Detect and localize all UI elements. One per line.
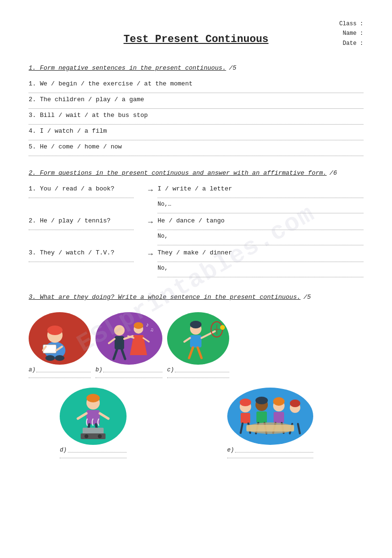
svg-point-50 [240, 399, 251, 406]
svg-point-47 [98, 434, 102, 438]
s2-left-3: 3. They / watch / T.V.? [29, 249, 143, 265]
page-title: Test Present Continuous [29, 33, 363, 45]
s2-r1-prompt: I / write / a letter [158, 185, 363, 192]
svg-point-9 [103, 313, 155, 364]
s1-item-1: 1. We / begin / the exercise / at the mo… [29, 80, 363, 87]
img-d-svg [60, 388, 127, 445]
s2-left-1: 1. You / read / a book? [29, 185, 143, 201]
s2-r2-line2 [158, 241, 363, 245]
img-dotted-c2 [167, 373, 229, 378]
img-label-row-d: d) [60, 447, 127, 453]
svg-line-52 [241, 423, 243, 433]
img-dotted-e1 [235, 448, 313, 453]
img-label-row-e: e) [227, 447, 313, 453]
s2-r1-line2 [158, 209, 363, 213]
s2-r1-line1 [158, 193, 363, 198]
svg-text:♪: ♪ [146, 322, 149, 328]
img-item-c: c) [167, 312, 229, 378]
section1-header: 1. Form negative sentences in the presen… [29, 64, 226, 72]
section-3: 3. What are they doing? Write a whole se… [29, 285, 363, 458]
s1-item-2: 2. The children / play / a game [29, 96, 363, 103]
svg-point-46 [85, 434, 88, 438]
s2-right-3: They / make / dinner No, [158, 249, 363, 280]
svg-point-6 [55, 355, 64, 361]
img-label-row-c: c) [167, 367, 229, 373]
svg-line-68 [298, 424, 300, 433]
s1-line-1 [29, 88, 363, 93]
s1-item-4: 4. I / watch / a film [29, 127, 363, 135]
s1-line-4 [29, 136, 363, 140]
svg-rect-56 [256, 411, 267, 423]
s1-line-3 [29, 120, 363, 125]
img-dotted-b2 [95, 373, 162, 378]
img-label-b: b) [95, 367, 102, 373]
s2-row-3: 3. They / watch / T.V.? → They / make / … [29, 249, 363, 280]
s2-r2-line1 [158, 225, 363, 230]
img-label-row-b: b) [95, 367, 162, 373]
svg-point-48 [243, 389, 298, 444]
svg-point-5 [45, 355, 55, 361]
s1-item-3: 3. Bill / wait / at the bus stop [29, 112, 363, 119]
svg-rect-45 [81, 433, 106, 439]
svg-rect-11 [115, 336, 124, 349]
section-1: 1. Form negative sentences in the presen… [29, 56, 363, 156]
img-label-a: a) [29, 367, 35, 373]
s2-right-1: I / write / a letter No,… [158, 185, 363, 216]
s2-left-2: 2. He / play / tennis? [29, 217, 143, 233]
img-row-2: d) [29, 388, 363, 458]
s2-row-2: 2. He / play / tennis? → He / dance / ta… [29, 217, 363, 248]
img-label-row-a: a) [29, 367, 91, 373]
svg-rect-66 [290, 413, 300, 424]
img-e [227, 388, 313, 445]
s2-q3: 3. They / watch / T.V.? [29, 249, 143, 256]
svg-point-10 [114, 325, 125, 336]
s1-line-5 [29, 151, 363, 156]
img-dotted-a1 [36, 368, 91, 372]
s2-r3-line1 [158, 257, 363, 262]
img-c-svg [167, 312, 229, 365]
img-d [60, 388, 127, 445]
img-item-e: e) [227, 388, 332, 458]
s2-q1: 1. You / read / a book? [29, 185, 143, 192]
img-item-d: d) [60, 388, 165, 458]
img-e-svg [227, 388, 313, 445]
section2-score: /6 [329, 169, 337, 177]
img-dotted-e2 [227, 453, 313, 458]
img-label-c: c) [167, 367, 174, 373]
s2-arrow-1: → [143, 185, 158, 195]
svg-point-33 [220, 325, 225, 330]
svg-rect-26 [190, 335, 201, 347]
svg-point-3 [47, 326, 63, 335]
svg-rect-61 [274, 412, 284, 423]
s2-q2-line [29, 225, 134, 230]
section-2: 2. Form questions in the present continu… [29, 161, 363, 280]
s2-r2-no: No, [158, 233, 363, 240]
s2-q1-line [29, 193, 134, 198]
svg-rect-51 [241, 413, 250, 423]
svg-point-17 [134, 322, 143, 329]
section1-score: /5 [229, 64, 236, 72]
s2-q2: 2. He / play / tennis? [29, 217, 143, 224]
s2-r3-no: No, [158, 265, 363, 272]
section2-header: 2. Form questions in the present continu… [29, 169, 327, 177]
img-dotted-c1 [175, 368, 229, 372]
class-label: Class : [339, 19, 363, 29]
s2-r1-no: No,… [158, 201, 363, 208]
svg-point-37 [86, 394, 100, 402]
img-dotted-d1 [68, 448, 127, 453]
s2-r3-line2 [158, 273, 363, 277]
s2-r2-prompt: He / dance / tango [158, 217, 363, 224]
img-c [167, 312, 229, 365]
section3-score: /5 [304, 294, 311, 301]
s2-arrow-2: → [143, 217, 158, 227]
svg-text:♫: ♫ [150, 327, 153, 333]
img-b-svg: ♪ ♫ [95, 312, 162, 365]
s2-row-1: 1. You / read / a book? → I / write / a … [29, 185, 363, 216]
img-a-svg [29, 312, 91, 365]
img-a [29, 312, 91, 365]
svg-point-65 [290, 400, 300, 407]
s1-item-5: 5. He / come / home / now [29, 143, 363, 150]
date-label: Date : [339, 39, 363, 48]
s2-q3-line [29, 257, 134, 262]
img-dotted-d2 [60, 453, 127, 458]
